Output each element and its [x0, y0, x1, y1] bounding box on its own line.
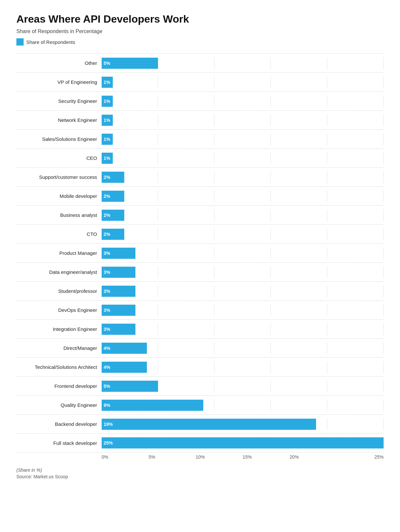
bar-value-label: 5% [104, 384, 110, 389]
bar: 5% [102, 58, 158, 69]
bar-value-label: 2% [104, 213, 110, 218]
bar: 3% [102, 324, 135, 335]
bar: 3% [102, 248, 135, 259]
bar-value-label: 3% [104, 270, 110, 275]
row-label: Product Manager [16, 250, 102, 256]
bar-container: 2% [102, 191, 384, 202]
bar-container: 3% [102, 305, 384, 316]
bar-value-label: 25% [104, 440, 113, 446]
bar-value-label: 3% [104, 289, 110, 294]
bar-container: 4% [102, 343, 384, 354]
row-label: Other [16, 60, 102, 66]
bar: 1% [102, 134, 113, 145]
chart-row: DevOps Engineer3% [16, 300, 384, 319]
chart-area: Other5%VP of Engineering1%Security Engin… [16, 53, 384, 452]
chart-row: Mobile developer2% [16, 186, 384, 205]
chart-row: Network Engineer1% [16, 110, 384, 129]
bar-container: 3% [102, 324, 384, 335]
bar-container: 1% [102, 115, 384, 126]
legend-label: Share of Respondents [26, 39, 75, 45]
bar: 3% [102, 286, 135, 297]
row-label: Full stack developer [16, 440, 102, 446]
x-axis-tick: 10% [196, 454, 243, 460]
bar-container: 4% [102, 362, 384, 373]
row-label: Technical/Solutions Architect [16, 364, 102, 370]
chart-row: Full stack developer25% [16, 433, 384, 452]
bar: 1% [102, 153, 113, 164]
row-label: Security Engineer [16, 98, 102, 104]
footer: (Share in %) Source: Market.us Scoop [16, 467, 384, 479]
bar: 25% [102, 437, 384, 448]
chart-row: Data engineer/analyst3% [16, 262, 384, 281]
x-axis-tick: 0% [102, 454, 149, 460]
row-label: Frontend developer [16, 383, 102, 389]
x-axis-tick: 20% [290, 454, 336, 460]
bar-value-label: 1% [104, 118, 110, 123]
row-label: Mobile developer [16, 193, 102, 199]
chart-subtitle: Share of Respondents in Percentage [16, 28, 384, 34]
bar-value-label: 4% [104, 346, 110, 351]
bar-value-label: 3% [104, 251, 110, 256]
row-label: Student/professor [16, 288, 102, 294]
x-axis-tick: 15% [243, 454, 290, 460]
chart-row: Frontend developer5% [16, 376, 384, 395]
bar-container: 3% [102, 286, 384, 297]
bar-container: 3% [102, 248, 384, 259]
bar-value-label: 1% [104, 99, 110, 104]
bar: 3% [102, 267, 135, 278]
row-label: CEO [16, 155, 102, 161]
chart-row: Backend developer19% [16, 414, 384, 433]
chart-row: CEO1% [16, 148, 384, 167]
row-label: Backend developer [16, 421, 102, 427]
chart-row: Quality Engineer9% [16, 395, 384, 414]
bar-value-label: 19% [104, 422, 113, 427]
bar: 1% [102, 96, 113, 107]
chart-row: CTO2% [16, 224, 384, 243]
bar-container: 1% [102, 77, 384, 88]
chart-row: VP of Engineering1% [16, 72, 384, 91]
bar-container: 5% [102, 58, 384, 69]
chart-row: Student/professor3% [16, 281, 384, 300]
row-label: Data engineer/analyst [16, 269, 102, 275]
row-label: Support/customer success [16, 174, 102, 180]
chart-title: Areas Where API Developers Work [16, 13, 384, 25]
bar: 5% [102, 381, 158, 392]
bar-value-label: 3% [104, 327, 110, 332]
x-axis-tick: 25% [337, 454, 384, 460]
bar-container: 5% [102, 381, 384, 392]
bar-container: 1% [102, 153, 384, 164]
bar-container: 1% [102, 134, 384, 145]
row-label: Sales/Solutions Engineer [16, 136, 102, 142]
chart-row: Support/customer success2% [16, 167, 384, 186]
bar-value-label: 1% [104, 137, 110, 142]
footer-source: Source: Market.us Scoop [16, 474, 384, 479]
x-axis: 0%5%10%15%20%25% [16, 454, 384, 460]
bar: 2% [102, 210, 124, 221]
bar-container: 9% [102, 400, 384, 411]
bar: 19% [102, 419, 316, 430]
bar: 4% [102, 343, 147, 354]
row-label: Business analyst [16, 212, 102, 218]
bar-value-label: 5% [104, 61, 110, 66]
bar: 1% [102, 115, 113, 126]
row-label: Direct/Manager [16, 345, 102, 351]
row-label: DevOps Engineer [16, 307, 102, 313]
bar-container: 3% [102, 267, 384, 278]
bar-container: 2% [102, 210, 384, 221]
bar-value-label: 9% [104, 403, 110, 408]
bar: 2% [102, 172, 124, 183]
bar: 9% [102, 400, 203, 411]
bar: 1% [102, 77, 113, 88]
bar-container: 1% [102, 96, 384, 107]
bar-container: 19% [102, 419, 384, 430]
x-axis-tick: 5% [149, 454, 195, 460]
row-label: Quality Engineer [16, 402, 102, 408]
chart-row: Other5% [16, 53, 384, 72]
row-label: CTO [16, 231, 102, 237]
bar-value-label: 1% [104, 156, 110, 161]
bar-value-label: 3% [104, 308, 110, 313]
chart-row: Technical/Solutions Architect4% [16, 357, 384, 376]
bar: 2% [102, 229, 124, 240]
chart-row: Integration Engineer3% [16, 319, 384, 338]
bar-container: 25% [102, 437, 384, 448]
